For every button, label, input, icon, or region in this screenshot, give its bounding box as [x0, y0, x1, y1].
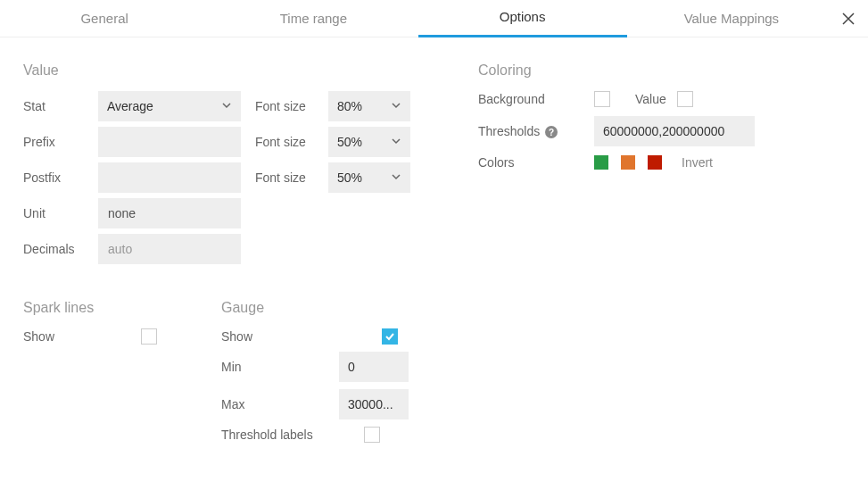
gauge-min-input[interactable]: 0: [339, 352, 409, 382]
unit-input[interactable]: none: [98, 198, 241, 228]
color-swatch-green[interactable]: [594, 155, 608, 170]
spark-show-checkbox[interactable]: [141, 328, 157, 345]
chevron-down-icon: [391, 99, 401, 113]
stat-fontsize-label: Font size: [255, 99, 323, 113]
thresholds-label: Thresholds ?: [478, 124, 594, 139]
coloring-value-label: Value: [635, 92, 666, 106]
sparklines-section-title: Spark lines: [23, 300, 186, 316]
prefix-label: Prefix: [23, 135, 93, 149]
tab-value-mappings[interactable]: Value Mappings: [627, 1, 836, 37]
postfix-input[interactable]: [98, 162, 241, 193]
gauge-max-label: Max: [221, 397, 339, 411]
tab-general[interactable]: General: [0, 1, 209, 37]
close-icon[interactable]: [836, 6, 861, 31]
unit-label: Unit: [23, 206, 93, 220]
decimals-label: Decimals: [23, 242, 93, 256]
stat-select[interactable]: Average: [98, 91, 241, 121]
coloring-value-checkbox[interactable]: [677, 91, 693, 107]
decimals-input[interactable]: auto: [98, 234, 241, 264]
postfix-label: Postfix: [23, 170, 93, 185]
stat-fontsize-select[interactable]: 80%: [328, 91, 410, 121]
gauge-show-label: Show: [221, 329, 382, 344]
gauge-min-label: Min: [221, 360, 339, 374]
colors-label: Colors: [478, 155, 594, 170]
coloring-section-title: Coloring: [478, 62, 853, 79]
panel-body: Value Stat Average Font size 80% Prefix …: [0, 37, 868, 450]
help-icon[interactable]: ?: [545, 126, 558, 138]
prefix-input[interactable]: [98, 127, 241, 157]
postfix-fontsize-label: Font size: [255, 170, 323, 185]
gauge-section-title: Gauge: [221, 300, 421, 316]
gauge-threshold-labels-label: Threshold labels: [221, 428, 364, 442]
tab-time-range[interactable]: Time range: [209, 1, 417, 37]
gauge-show-checkbox[interactable]: [382, 328, 398, 345]
invert-colors-button[interactable]: Invert: [682, 155, 713, 170]
chevron-down-icon: [391, 135, 401, 149]
decimals-placeholder: auto: [108, 242, 132, 256]
value-section-title: Value: [23, 62, 434, 79]
postfix-fontsize-value: 50%: [337, 170, 362, 185]
prefix-fontsize-label: Font size: [255, 135, 323, 149]
gauge-max-input[interactable]: 30000...: [339, 389, 409, 419]
spark-show-label: Show: [23, 329, 141, 344]
color-swatch-red[interactable]: [648, 155, 662, 170]
postfix-fontsize-select[interactable]: 50%: [328, 162, 410, 193]
color-swatch-orange[interactable]: [621, 155, 635, 170]
prefix-fontsize-select[interactable]: 50%: [328, 127, 410, 157]
thresholds-input[interactable]: 60000000,200000000: [594, 116, 755, 146]
stat-label: Stat: [23, 99, 93, 113]
stat-fontsize-value: 80%: [337, 99, 362, 113]
stat-select-value: Average: [107, 99, 153, 113]
chevron-down-icon: [221, 99, 232, 113]
chevron-down-icon: [391, 170, 401, 185]
unit-value: none: [108, 206, 136, 220]
gauge-threshold-labels-checkbox[interactable]: [364, 427, 380, 443]
tab-options[interactable]: Options: [418, 0, 627, 37]
coloring-background-checkbox[interactable]: [594, 91, 610, 107]
prefix-fontsize-value: 50%: [337, 135, 362, 149]
coloring-background-label: Background: [478, 92, 594, 106]
editor-tabbar: General Time range Options Value Mapping…: [0, 0, 868, 37]
